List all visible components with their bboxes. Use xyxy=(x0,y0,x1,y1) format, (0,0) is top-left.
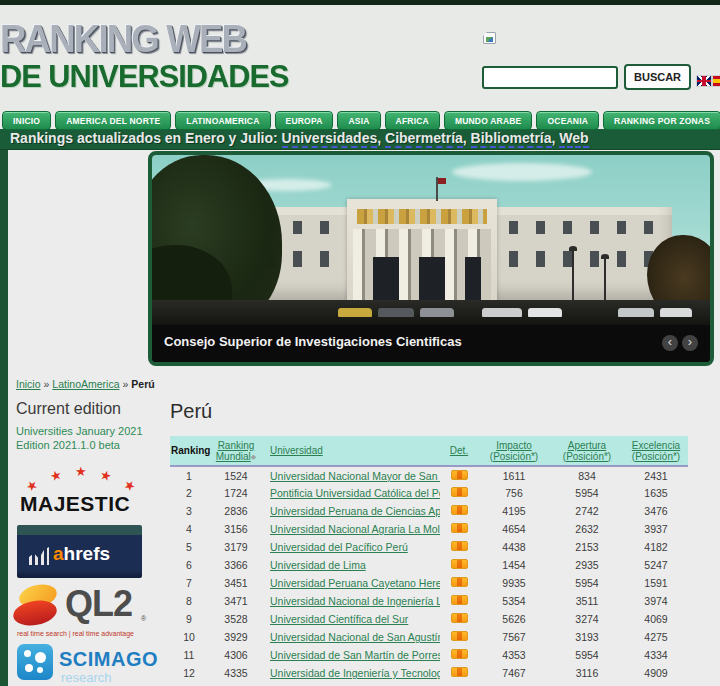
university-link[interactable]: Universidad Peruana de Ciencias Aplicada… xyxy=(270,505,440,517)
university-cell: Universidad de Lima xyxy=(264,556,440,574)
detail-icon[interactable] xyxy=(451,595,468,605)
carousel-caption-bar: Consejo Superior de Investigaciones Cien… xyxy=(152,325,710,362)
openness-cell: 3193 xyxy=(550,628,624,646)
marquee-link[interactable]: Universidades xyxy=(282,130,378,148)
table-header-row: Ranking Ranking Mundial◆ Universidad Det… xyxy=(170,436,688,466)
detail-icon[interactable] xyxy=(451,649,468,659)
university-link[interactable]: Pontificia Universidad Católica del Perú xyxy=(270,487,440,499)
university-link[interactable]: Universidad de Lima xyxy=(270,559,366,571)
col-excellence-link[interactable]: Excelencia (Posición*) xyxy=(632,440,680,462)
table-row: 114306Universidad de San Martín de Porre… xyxy=(170,646,688,664)
det-cell xyxy=(440,574,478,592)
impact-cell: 756 xyxy=(478,484,550,502)
university-link[interactable]: Universidad Nacional de San Agustín de A… xyxy=(270,631,440,643)
nav-tab-europa[interactable]: EUROPA xyxy=(275,111,334,130)
impact-cell: 4353 xyxy=(478,646,550,664)
detail-icon[interactable] xyxy=(451,505,468,515)
majestic-logo[interactable]: ★ ★ ★ ★ ★ MAJESTIC xyxy=(18,462,138,522)
university-cell: Universidad Nacional Agraria La Molina xyxy=(264,520,440,538)
university-link[interactable]: Universidad Nacional de Ingeniería Lima xyxy=(270,595,440,607)
excellence-cell: 4069 xyxy=(624,610,688,628)
table-row: 21724Pontificia Universidad Católica del… xyxy=(170,484,688,502)
breadcrumb-item[interactable]: Inicio xyxy=(16,378,41,390)
marquee-link[interactable]: Cibermetría xyxy=(385,130,463,148)
carousel-prev-button[interactable]: ‹ xyxy=(662,335,678,351)
carousel-next-button[interactable]: › xyxy=(682,335,698,351)
ranking-table: Ranking Ranking Mundial◆ Universidad Det… xyxy=(170,436,688,682)
ql2-logo[interactable]: QL2 ® real time search | real time advan… xyxy=(13,583,148,638)
nav-tab-inicio[interactable]: INICIO xyxy=(2,111,51,130)
breadcrumb-item[interactable]: LatinoAmerica xyxy=(52,378,119,390)
marquee-link[interactable]: Web xyxy=(559,130,588,148)
nav-tab-america-del-norte[interactable]: AMERICA DEL NORTE xyxy=(55,111,171,130)
col-university-link[interactable]: Universidad xyxy=(270,445,323,456)
detail-icon[interactable] xyxy=(451,559,468,569)
openness-cell: 5954 xyxy=(550,574,624,592)
university-cell: Universidad Nacional de Ingeniería Lima xyxy=(264,592,440,610)
rank-cell: 11 xyxy=(170,646,208,664)
edition-line2: Edition 2021.1.0 beta xyxy=(16,438,143,452)
english-flag-icon[interactable] xyxy=(697,76,711,86)
university-link[interactable]: Universidad de Ingeniería y Tecnología U… xyxy=(270,667,440,679)
excellence-cell: 4182 xyxy=(624,538,688,556)
impact-cell: 1611 xyxy=(478,466,550,484)
col-openness-link[interactable]: Apertura (Posición*) xyxy=(563,440,611,462)
detail-icon[interactable] xyxy=(451,631,468,641)
search-input[interactable] xyxy=(482,66,618,89)
flag-on-building xyxy=(438,178,446,184)
table-row: 43156Universidad Nacional Agraria La Mol… xyxy=(170,520,688,538)
ahrefs-bars-icon xyxy=(29,547,49,565)
nav-tab-africa[interactable]: AFRICA xyxy=(385,111,440,130)
world-rank-cell: 3528 xyxy=(208,610,264,628)
university-link[interactable]: Universidad Nacional Agraria La Molina xyxy=(270,523,440,535)
col-impact-link[interactable]: Impacto (Posición*) xyxy=(490,440,538,462)
col-world-rank-link[interactable]: Ranking Mundial xyxy=(216,440,255,462)
detail-icon[interactable] xyxy=(451,541,468,551)
table-row: 73451Universidad Peruana Cayetano Heredi… xyxy=(170,574,688,592)
scimago-molecule-icon xyxy=(17,644,53,680)
carousel-caption: Consejo Superior de Investigaciones Cien… xyxy=(164,334,462,349)
rank-cell: 10 xyxy=(170,628,208,646)
detail-icon[interactable] xyxy=(451,577,468,587)
openness-cell: 5954 xyxy=(550,646,624,664)
spanish-flag-icon[interactable] xyxy=(713,76,720,86)
nav-tab-latinoamerica[interactable]: LATINOAMERICA xyxy=(175,111,270,130)
site-header: RANKING WEB DE UNIVERSIDADES BUSCAR xyxy=(0,5,720,112)
detail-icon[interactable] xyxy=(451,667,468,677)
logo-line1: RANKING WEB xyxy=(0,19,282,58)
rank-cell: 1 xyxy=(170,466,208,484)
broken-image-icon xyxy=(483,32,496,44)
university-link[interactable]: Universidad Nacional Mayor de San Marcos xyxy=(270,470,440,482)
col-det-link[interactable]: Det. xyxy=(450,445,468,456)
search-button[interactable]: BUSCAR xyxy=(624,64,691,90)
scimago-logo[interactable]: SCIMAGO research group xyxy=(17,644,147,686)
ql2-logo-text: QL2 xyxy=(65,583,132,625)
world-rank-cell: 3366 xyxy=(208,556,264,574)
detail-icon[interactable] xyxy=(451,613,468,623)
det-cell xyxy=(440,664,478,682)
university-link[interactable]: Universidad Peruana Cayetano Heredia xyxy=(270,577,440,589)
table-row: 53179Universidad del Pacífico Perú443821… xyxy=(170,538,688,556)
university-link[interactable]: Universidad de San Martín de Porres xyxy=(270,649,440,661)
detail-icon[interactable] xyxy=(451,523,468,533)
detail-icon[interactable] xyxy=(451,470,468,480)
nav-tab-oceania[interactable]: OCEANIA xyxy=(536,111,599,130)
university-link[interactable]: Universidad del Pacífico Perú xyxy=(270,541,408,553)
nav-tab-mundo-arabe[interactable]: MUNDO ARABE xyxy=(444,111,533,130)
det-cell xyxy=(440,484,478,502)
det-cell xyxy=(440,610,478,628)
nav-tab-ranking-por-zonas[interactable]: RANKING POR ZONAS xyxy=(603,111,720,130)
marquee-link[interactable]: Bibliometría xyxy=(471,130,552,148)
ahrefs-logo[interactable]: ahrefs xyxy=(17,525,142,578)
edition-info: Universities January 2021 Edition 2021.1… xyxy=(16,424,143,452)
rank-cell: 8 xyxy=(170,592,208,610)
university-link[interactable]: Universidad Científica del Sur xyxy=(270,613,408,625)
breadcrumb-separator: » xyxy=(44,378,50,390)
nav-tab-asia[interactable]: ASIA xyxy=(337,111,380,130)
table-row: 124335Universidad de Ingeniería y Tecnol… xyxy=(170,664,688,682)
excellence-cell: 4275 xyxy=(624,628,688,646)
building-portico xyxy=(347,199,497,305)
detail-icon[interactable] xyxy=(451,487,468,497)
world-rank-cell: 2836 xyxy=(208,502,264,520)
impact-cell: 4195 xyxy=(478,502,550,520)
